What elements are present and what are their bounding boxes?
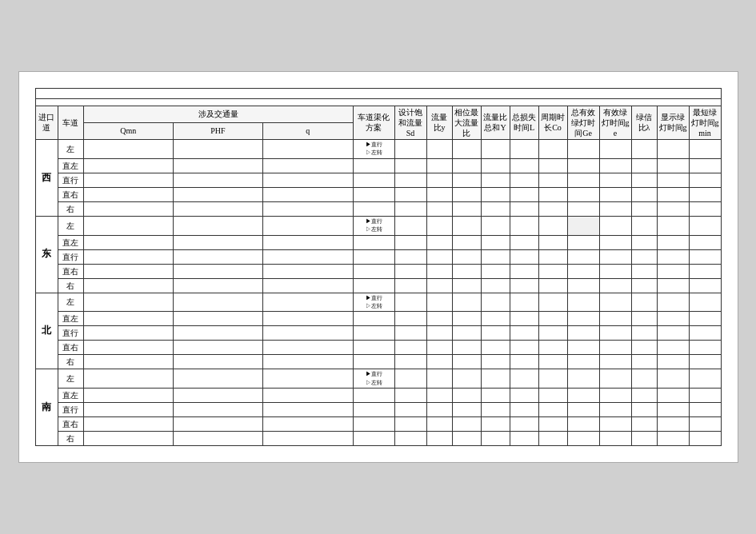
calc-cell	[538, 201, 567, 216]
traffic-cell	[83, 235, 173, 249]
calc-cell	[538, 369, 567, 389]
header-y: 流量比y	[426, 106, 452, 139]
calc-cell	[394, 293, 426, 312]
calc-cell	[538, 139, 567, 158]
calc-cell	[689, 312, 721, 326]
calc-cell	[510, 432, 538, 446]
traffic-cell	[83, 278, 173, 293]
lane-cell: 直行	[58, 403, 83, 417]
traffic-cell	[173, 139, 262, 158]
calc-cell	[510, 341, 538, 355]
calc-cell	[631, 326, 657, 341]
traffic-cell	[263, 139, 353, 158]
header-cycle: 周期时长Co	[538, 106, 567, 139]
chanelization-cell	[353, 403, 394, 417]
calc-cell	[510, 355, 538, 369]
lane-cell: 直右	[58, 187, 83, 201]
traffic-cell	[83, 389, 173, 403]
calc-cell	[481, 264, 510, 278]
calc-cell	[538, 216, 567, 235]
table-row: 右	[35, 278, 721, 293]
calc-cell	[567, 249, 599, 264]
calc-cell	[657, 312, 689, 326]
traffic-cell	[83, 139, 173, 158]
calc-cell	[510, 235, 538, 249]
calc-cell	[510, 249, 538, 264]
table-title	[35, 88, 722, 98]
calc-cell	[510, 369, 538, 389]
calc-cell	[689, 403, 721, 417]
traffic-cell	[83, 173, 173, 187]
header-total-loss: 总损失时间L	[510, 106, 538, 139]
calc-cell	[426, 173, 452, 187]
traffic-cell	[263, 326, 353, 341]
calc-cell	[510, 216, 538, 235]
calc-cell	[394, 235, 426, 249]
direction-cell-南: 南	[35, 369, 58, 446]
calc-cell	[599, 187, 631, 201]
traffic-cell	[173, 235, 262, 249]
calc-cell	[631, 187, 657, 201]
calc-cell	[631, 201, 657, 216]
calc-cell	[538, 187, 567, 201]
chanelization-cell	[353, 235, 394, 249]
calc-cell	[599, 417, 631, 432]
calc-cell	[599, 369, 631, 389]
calc-cell	[631, 293, 657, 312]
calc-cell	[481, 278, 510, 293]
calc-cell	[452, 187, 481, 201]
header-phase-y: 相位最大流量比	[452, 106, 481, 139]
calc-cell	[452, 173, 481, 187]
table-row: 直右	[35, 341, 721, 355]
table-subtitle	[35, 98, 722, 106]
calc-cell	[657, 264, 689, 278]
traffic-cell	[263, 293, 353, 312]
calc-cell	[631, 312, 657, 326]
traffic-cell	[173, 201, 262, 216]
calc-cell	[394, 312, 426, 326]
calc-cell	[452, 158, 481, 173]
calc-cell	[538, 312, 567, 326]
traffic-cell	[263, 201, 353, 216]
calc-cell	[538, 264, 567, 278]
calc-cell	[567, 417, 599, 432]
lane-cell: 右	[58, 278, 83, 293]
calc-cell	[689, 264, 721, 278]
lane-cell: 右	[58, 432, 83, 446]
calc-cell	[657, 326, 689, 341]
direction-cell-东: 东	[35, 216, 58, 293]
calc-cell	[481, 216, 510, 235]
calc-cell	[599, 264, 631, 278]
calc-cell	[394, 369, 426, 389]
calc-cell	[452, 341, 481, 355]
header-traffic-group: 涉及交通量	[83, 106, 353, 122]
calc-cell	[689, 139, 721, 158]
calc-cell	[538, 403, 567, 417]
header-green-ratio: 绿信比λ	[631, 106, 657, 139]
chanelization-cell	[353, 187, 394, 201]
calc-cell	[394, 403, 426, 417]
table-row: 直左	[35, 158, 721, 173]
traffic-cell	[83, 417, 173, 432]
calc-cell	[599, 201, 631, 216]
calc-cell	[538, 249, 567, 264]
calc-cell	[631, 249, 657, 264]
table-row: 直行	[35, 249, 721, 264]
traffic-cell	[83, 341, 173, 355]
traffic-cell	[263, 341, 353, 355]
calc-cell	[510, 187, 538, 201]
calc-cell	[567, 201, 599, 216]
table-row: 直左	[35, 389, 721, 403]
calc-cell	[426, 403, 452, 417]
traffic-cell	[263, 312, 353, 326]
traffic-cell	[263, 432, 353, 446]
calc-cell	[631, 278, 657, 293]
calc-cell	[481, 312, 510, 326]
lane-cell: 直右	[58, 264, 83, 278]
calc-cell	[631, 158, 657, 173]
table-row: 直左	[35, 235, 721, 249]
table-row: 直行	[35, 403, 721, 417]
calc-cell	[426, 235, 452, 249]
lane-cell: 直行	[58, 326, 83, 341]
lane-cell: 左	[58, 139, 83, 158]
